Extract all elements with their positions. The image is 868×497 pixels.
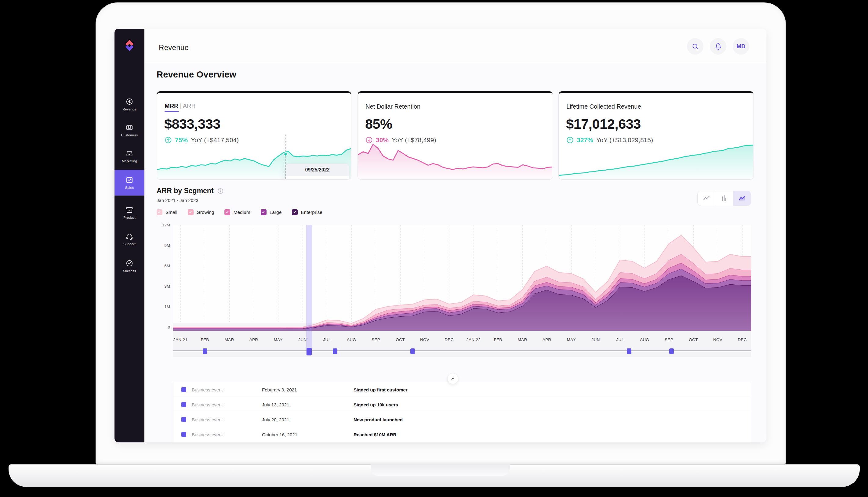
app-window: Revenue MD RevenueCustomersMarketingSale… — [114, 29, 766, 442]
customers-icon — [125, 124, 134, 131]
x-axis-label: MAR — [512, 338, 533, 342]
checkbox-large[interactable]: ✓ — [261, 209, 266, 215]
chart-type-bar-button[interactable] — [715, 191, 733, 205]
x-axis-label: FEB — [194, 338, 216, 342]
sidebar-item-sales[interactable]: Sales — [114, 170, 144, 196]
x-axis-label: NOV — [707, 338, 729, 342]
table-row[interactable]: Business eventFeburary 9, 2021Signed up … — [174, 382, 751, 397]
product-icon — [125, 206, 134, 214]
y-axis-label: 1M — [148, 304, 170, 309]
table-row[interactable]: Business eventJuly 13, 2021Signed up 10k… — [174, 397, 751, 412]
collapse-events-button[interactable] — [447, 373, 458, 384]
chart-legend: ✓Small✓Growing✓Medium✓Large✓Enterprise — [157, 209, 333, 215]
x-axis-label: OCT — [389, 338, 411, 342]
chart-type-line-button[interactable] — [698, 191, 715, 205]
revenue-icon — [125, 98, 134, 105]
metric-card-mrr: MRR | ARR $833,333 75% YoY (+$417,504) 0… — [157, 91, 352, 180]
x-axis-label: JAN 22 — [463, 338, 484, 342]
x-axis-label: DEC — [438, 338, 460, 342]
x-axis-label: DEC — [731, 338, 753, 342]
notifications-button[interactable] — [710, 38, 726, 55]
success-icon — [125, 259, 134, 267]
avatar[interactable]: MD — [733, 38, 749, 55]
laptop-mockup: Revenue MD RevenueCustomersMarketingSale… — [0, 0, 868, 497]
section-title: ARR by Segment — [157, 187, 214, 195]
legend-item-small[interactable]: ✓Small — [157, 209, 177, 215]
breadcrumb-title: Revenue — [159, 43, 189, 52]
app-logo-icon[interactable] — [122, 39, 137, 53]
x-axis-label: AUG — [634, 338, 655, 342]
checkbox-enterprise[interactable]: ✓ — [292, 209, 298, 215]
legend-label: Medium — [233, 210, 250, 215]
event-description: New product launched — [354, 417, 403, 422]
table-row[interactable]: Business eventJuly 20, 2021New product l… — [174, 412, 751, 427]
chart-type-toggle — [697, 191, 751, 206]
checkbox-small[interactable]: ✓ — [157, 209, 162, 215]
x-axis-label: APR — [536, 338, 557, 342]
sidebar-item-label: Product — [123, 216, 135, 219]
sidebar-item-label: Customers — [121, 133, 138, 137]
bell-icon — [715, 43, 722, 50]
legend-item-growing[interactable]: ✓Growing — [188, 209, 214, 215]
tab-arr[interactable]: ARR — [183, 102, 196, 109]
x-axis-label: JUN — [585, 338, 606, 342]
x-axis-label: AUG — [341, 338, 362, 342]
chevron-up-icon — [450, 376, 455, 381]
card-title: Lifetime Collected Revenue — [566, 103, 641, 110]
event-date: Feburary 9, 2021 — [262, 387, 354, 392]
timeline-selected-handle[interactable] — [306, 348, 312, 355]
legend-item-enterprise[interactable]: ✓Enterprise — [292, 209, 322, 215]
sidebar-item-customers[interactable]: Customers — [114, 117, 144, 143]
metric-value: 85% — [365, 116, 392, 132]
x-axis-label: JUL — [609, 338, 631, 342]
event-type: Business event — [192, 432, 262, 437]
event-marker[interactable] — [669, 349, 674, 354]
chart-type-area-button[interactable] — [733, 191, 751, 205]
event-description: Signed up first customer — [354, 387, 408, 392]
tab-separator: | — [180, 102, 181, 109]
sidebar-item-support[interactable]: Support — [114, 226, 144, 252]
table-row[interactable]: Business eventOctober 16, 2021Reached $1… — [174, 427, 751, 442]
event-marker[interactable] — [627, 349, 631, 354]
sidebar-item-label: Sales — [125, 186, 134, 189]
marketing-icon — [125, 150, 134, 157]
sidebar-item-marketing[interactable]: Marketing — [114, 143, 144, 169]
sidebar-item-revenue[interactable]: Revenue — [114, 91, 144, 117]
sidebar-item-success[interactable]: Success — [114, 253, 144, 279]
date-range: Jan 2021 - Jan 2023 — [157, 198, 198, 203]
laptop-trackpad-notch — [371, 464, 510, 476]
event-type: Business event — [192, 387, 262, 392]
sidebar-item-product[interactable]: Product — [114, 200, 144, 226]
checkbox-medium[interactable]: ✓ — [224, 209, 230, 215]
area-chart-icon — [738, 194, 746, 202]
x-axis-label: APR — [243, 338, 264, 342]
checkbox-growing[interactable]: ✓ — [188, 209, 194, 215]
sparkline — [358, 133, 552, 179]
event-type: Business event — [192, 402, 262, 407]
event-marker[interactable] — [203, 349, 207, 354]
stacked-area-chart[interactable] — [173, 225, 751, 331]
event-type: Business event — [192, 417, 262, 422]
timeline-scrubber[interactable] — [173, 351, 751, 351]
x-axis-label: SEP — [658, 338, 680, 342]
y-axis-label: 9M — [148, 243, 170, 248]
app-header — [144, 29, 766, 63]
event-marker[interactable] — [410, 349, 415, 354]
event-description: Reached $10M ARR — [354, 432, 396, 437]
search-button[interactable] — [687, 38, 703, 55]
legend-label: Enterprise — [301, 210, 322, 215]
legend-label: Small — [165, 210, 177, 215]
chart-tooltip: 09/25/2022 MRR: $824,568 — [286, 164, 349, 180]
event-square-icon — [181, 432, 186, 437]
x-axis-label: FEB — [487, 338, 509, 342]
y-axis-label: 3M — [148, 284, 170, 289]
legend-label: Growing — [197, 210, 214, 215]
legend-item-large[interactable]: ✓Large — [261, 209, 282, 215]
tab-mrr[interactable]: MRR — [165, 102, 179, 112]
info-icon[interactable] — [217, 188, 223, 194]
metric-card-lifetime-revenue: Lifetime Collected Revenue $17,012,633 3… — [559, 91, 754, 180]
sidebar-item-label: Support — [123, 242, 136, 246]
sidebar-item-label: Marketing — [122, 159, 137, 163]
event-marker[interactable] — [333, 349, 337, 354]
legend-item-medium[interactable]: ✓Medium — [224, 209, 250, 215]
